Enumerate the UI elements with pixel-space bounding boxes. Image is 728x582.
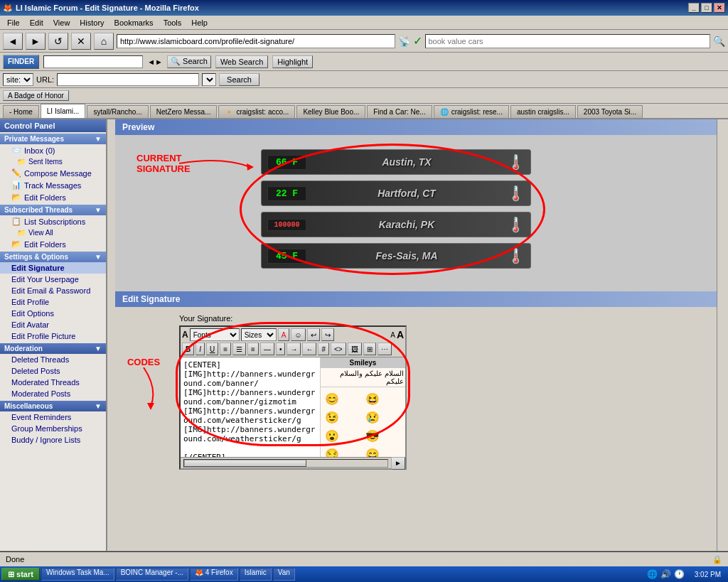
sidebar-item-edit-userpage[interactable]: Edit Your Userpage xyxy=(0,274,106,285)
smiley-3[interactable]: 😉 xyxy=(323,409,341,426)
signature-textarea[interactable]: [CENTER][IMG]http://banners.wunderground… xyxy=(181,357,320,457)
highlight-button[interactable]: Highlight xyxy=(272,55,313,68)
extra-btn[interactable]: ⋯ xyxy=(378,343,392,355)
finder-input[interactable] xyxy=(43,55,143,68)
menu-view[interactable]: View xyxy=(49,17,75,28)
sidebar-item-view-all[interactable]: 📁 View All xyxy=(0,227,106,238)
smiley-8[interactable]: 😄 xyxy=(364,446,381,457)
sidebar-item-list-subs[interactable]: 📋 List Subscriptions xyxy=(0,215,106,227)
sidebar-item-buddy-ignore[interactable]: Buddy / Ignore Lists xyxy=(0,434,106,446)
taskbar-item-van[interactable]: Van xyxy=(273,568,295,581)
align-right-btn[interactable]: ≡ xyxy=(247,343,259,355)
maximize-button[interactable]: □ xyxy=(701,3,712,13)
align-center-btn[interactable]: ☰ xyxy=(232,343,246,355)
content-scrollbar[interactable] xyxy=(717,119,728,566)
tab-netzero[interactable]: NetZero Messa... xyxy=(150,105,218,118)
back-button[interactable]: ◄ xyxy=(3,33,23,50)
reload-button[interactable]: ↺ xyxy=(48,33,68,50)
collapse-icon2[interactable]: ▼ xyxy=(95,206,102,214)
url-input[interactable] xyxy=(57,73,199,86)
editor-hscrollbar[interactable] xyxy=(183,459,388,468)
smiley-6[interactable]: 😎 xyxy=(364,427,381,444)
sidebar-item-inbox[interactable]: 📨 Inbox (0) xyxy=(0,144,106,156)
sidebar-item-moderated-threads[interactable]: Moderated Threads xyxy=(0,377,106,388)
code-btn[interactable]: <> xyxy=(331,343,346,355)
minimize-button[interactable]: _ xyxy=(688,3,700,13)
sidebar-item-compose[interactable]: ✏️ Compose Message xyxy=(0,167,106,179)
outdent-btn[interactable]: ← xyxy=(302,343,316,355)
italic-btn[interactable]: I xyxy=(196,343,205,355)
redo-btn[interactable]: ↪ xyxy=(321,328,334,341)
font-color-btn[interactable]: A xyxy=(278,328,290,341)
collapse-icon[interactable]: ▼ xyxy=(95,135,102,143)
menu-history[interactable]: History xyxy=(75,17,108,28)
taskbar-item-islamic[interactable]: Islamic xyxy=(240,568,272,581)
address-input[interactable] xyxy=(117,34,395,48)
menu-tools[interactable]: Tools xyxy=(159,17,186,28)
tab-craigslist1[interactable]: 🔸 craigslist: acco... xyxy=(218,105,295,118)
hr-btn[interactable]: — xyxy=(260,343,274,355)
site-select[interactable]: site: xyxy=(3,73,33,86)
url-search-button[interactable]: Search xyxy=(219,73,259,86)
sidebar-item-edit-profile-pic[interactable]: Edit Profile Picture xyxy=(0,330,106,342)
smiley-btn[interactable]: ☺ xyxy=(291,328,305,341)
sidebar-item-edit-avatar[interactable]: Edit Avatar xyxy=(0,319,106,330)
sidebar-item-moderated-posts[interactable]: Moderated Posts xyxy=(0,388,106,399)
stop-button[interactable]: ✕ xyxy=(71,33,91,50)
sidebar-item-deleted-threads[interactable]: Deleted Threads xyxy=(0,354,106,365)
smiley-1[interactable]: 😊 xyxy=(323,390,341,407)
bold-btn[interactable]: B xyxy=(182,343,194,355)
search-button[interactable]: 🔍 Search xyxy=(167,55,211,68)
home-button[interactable]: ⌂ xyxy=(94,33,114,50)
window-controls[interactable]: _ □ ✕ xyxy=(688,3,725,13)
font-select[interactable]: Fonts xyxy=(190,328,240,341)
finder-button[interactable]: FINDER xyxy=(3,55,39,69)
collapse-icon4[interactable]: ▼ xyxy=(95,345,102,352)
sidebar-scrollbar[interactable] xyxy=(107,119,115,566)
editor-hscrollbar-thumb[interactable] xyxy=(184,460,306,467)
sidebar-item-track[interactable]: 📊 Track Messages xyxy=(0,179,106,191)
underline-btn[interactable]: U xyxy=(206,343,218,355)
menu-bookmarks[interactable]: Bookmarks xyxy=(110,17,158,28)
smiley-5[interactable]: 😮 xyxy=(323,427,341,444)
taskbar-item-firefox[interactable]: 🦊 4 Firefox xyxy=(190,568,238,581)
tab-find-car[interactable]: Find a Car: Ne... xyxy=(367,105,432,118)
smiley-4[interactable]: 😢 xyxy=(364,409,381,426)
table-btn[interactable]: ⊞ xyxy=(363,343,376,355)
collapse-icon5[interactable]: ▼ xyxy=(95,402,102,410)
tab-kelley[interactable]: Kelley Blue Boo... xyxy=(296,105,365,118)
collapse-icon3[interactable]: ▼ xyxy=(95,253,102,261)
web-search-button[interactable]: Web Search xyxy=(215,55,268,68)
undo-btn[interactable]: ↩ xyxy=(307,328,320,341)
sidebar-item-group-memberships[interactable]: Group Memberships xyxy=(0,423,106,434)
sidebar-item-edit-profile[interactable]: Edit Profile xyxy=(0,296,106,308)
tab-sytall[interactable]: sytall/Rancho... xyxy=(87,105,148,118)
sidebar-item-edit-options[interactable]: Edit Options xyxy=(0,308,106,319)
taskbar-item-boinc[interactable]: BOINC Manager -... xyxy=(116,568,188,581)
indent-btn[interactable]: → xyxy=(287,343,301,355)
taskbar-item-task-manager[interactable]: Windows Task Ma... xyxy=(41,568,114,581)
smiley-2[interactable]: 😆 xyxy=(364,390,381,407)
start-button[interactable]: ⊞ start xyxy=(1,568,40,581)
tab-li-islamic[interactable]: LI Islami... xyxy=(41,104,86,118)
size-select[interactable]: Sizes xyxy=(241,328,277,341)
menu-file[interactable]: File xyxy=(3,17,24,28)
bookmark-badge-of-honor[interactable]: A Badge of Honor xyxy=(3,90,69,101)
list-btn[interactable]: • xyxy=(276,343,286,355)
search-engine-input[interactable] xyxy=(425,34,711,48)
link-btn[interactable]: # xyxy=(318,343,329,355)
sidebar-item-deleted-posts[interactable]: Deleted Posts xyxy=(0,365,106,377)
forward-button[interactable]: ► xyxy=(26,33,46,50)
menu-edit[interactable]: Edit xyxy=(26,17,48,28)
smiley-7[interactable]: 😏 xyxy=(323,446,341,457)
menu-help[interactable]: Help xyxy=(187,17,212,28)
sidebar-item-edit-signature[interactable]: Edit Signature xyxy=(0,262,106,274)
sidebar-item-edit-folders2[interactable]: 📂 Edit Folders xyxy=(0,238,106,250)
tab-toyota[interactable]: 2003 Toyota Si... xyxy=(577,105,643,118)
url-dropdown[interactable]: ▼ xyxy=(202,73,216,86)
tab-home[interactable]: - Home xyxy=(3,105,39,118)
tab-craigslist2[interactable]: 🌐 craigslist: rese... xyxy=(434,105,509,118)
sidebar-item-sent[interactable]: 📁 Sent Items xyxy=(0,156,106,167)
close-button[interactable]: ✕ xyxy=(714,3,725,13)
sidebar-item-edit-email[interactable]: Edit Email & Password xyxy=(0,285,106,296)
